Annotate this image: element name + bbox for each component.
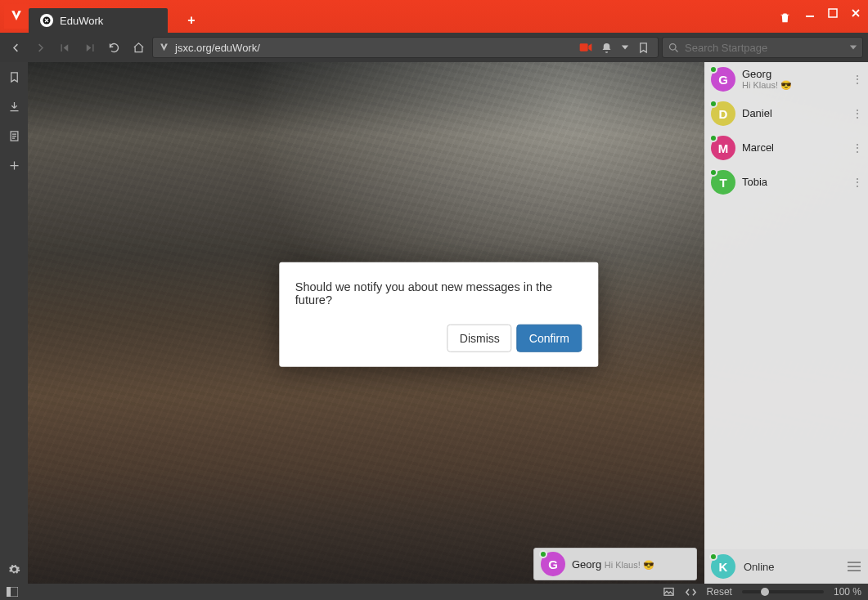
- roster-status-dot: [709, 168, 717, 177]
- confirm-button[interactable]: Confirm: [517, 325, 582, 352]
- chip-msg: Hi Klaus! 😎: [605, 560, 654, 570]
- zoom-level-label: 100 %: [834, 586, 861, 598]
- settings-icon[interactable]: [6, 561, 22, 577]
- page-actions-icon[interactable]: [685, 586, 697, 598]
- self-avatar[interactable]: K: [711, 554, 735, 579]
- nav-forward-button[interactable]: [29, 37, 51, 58]
- nav-rewind-button[interactable]: [54, 37, 75, 58]
- roster-row[interactable]: TTobia⋮: [704, 165, 868, 199]
- bookmark-page-icon[interactable]: [637, 42, 650, 54]
- zoom-reset-button[interactable]: Reset: [707, 586, 732, 598]
- dialog-message: Should we notify you about new messages …: [295, 280, 582, 307]
- vivaldi-logo[interactable]: [4, 4, 29, 29]
- self-status-dot: [709, 553, 717, 561]
- tab-title: EduWork: [60, 15, 103, 27]
- window-header: EduWork +: [0, 0, 868, 33]
- nav-back-button[interactable]: [5, 37, 26, 58]
- roster-menu-icon[interactable]: [847, 561, 861, 572]
- svg-rect-2: [829, 9, 837, 17]
- chip-name: Georg: [572, 558, 601, 571]
- roster-avatar: M: [711, 136, 735, 160]
- roster-footer: K Online: [704, 549, 868, 584]
- notification-permission-dialog: Should we notify you about new messages …: [279, 262, 598, 367]
- address-icons: [576, 42, 653, 54]
- svg-point-4: [670, 43, 677, 50]
- add-panel-icon[interactable]: [6, 157, 22, 173]
- roster-avatar-initial: M: [718, 141, 729, 155]
- image-toggle-icon[interactable]: [663, 586, 675, 598]
- roster-status-dot: [709, 100, 717, 108]
- panel-toggle-icon[interactable]: [7, 587, 18, 597]
- minimized-chat-chip[interactable]: G Georg Hi Klaus! 😎: [533, 548, 697, 580]
- roster-more-icon[interactable]: ⋮: [852, 73, 863, 86]
- roster-avatar-initial: D: [719, 107, 728, 121]
- new-tab-button[interactable]: +: [179, 8, 204, 33]
- downloads-panel-icon[interactable]: [6, 98, 22, 114]
- svg-rect-1: [806, 16, 814, 17]
- chip-status-dot: [539, 550, 547, 558]
- bookmarks-panel-icon[interactable]: [6, 69, 22, 85]
- svg-rect-7: [7, 587, 11, 597]
- camera-indicator-icon[interactable]: [579, 43, 592, 52]
- zoom-slider[interactable]: [742, 590, 824, 593]
- search-input[interactable]: [685, 42, 844, 54]
- roster-status-dot: [709, 65, 717, 74]
- window-minimize-button[interactable]: [801, 4, 819, 22]
- roster-name: Georg: [742, 69, 792, 80]
- roster-avatar: D: [711, 101, 735, 126]
- nav-home-button[interactable]: [128, 37, 149, 58]
- address-dropdown-icon[interactable]: [621, 43, 629, 51]
- nav-fastforward-button[interactable]: [79, 37, 100, 58]
- roster-more-icon[interactable]: ⋮: [852, 107, 863, 120]
- zoom-slider-thumb[interactable]: [761, 588, 769, 596]
- self-status-label: Online: [744, 561, 775, 573]
- window-close-button[interactable]: [847, 4, 865, 22]
- roster-avatar: T: [711, 170, 735, 195]
- tab-favicon: [40, 14, 53, 27]
- roster-avatar-initial: T: [719, 176, 726, 190]
- roster-name: Daniel: [742, 108, 772, 119]
- roster-last-msg: Hi Klaus! 😎: [742, 80, 792, 90]
- dismiss-button[interactable]: Dismiss: [447, 325, 512, 352]
- search-engine-dropdown-icon[interactable]: [849, 43, 857, 51]
- nav-reload-button[interactable]: [103, 37, 124, 58]
- chat-roster-panel: GGeorgHi Klaus! 😎⋮DDaniel⋮MMarcel⋮TTobia…: [704, 62, 868, 584]
- address-url: jsxc.org/eduWork/: [175, 42, 571, 54]
- address-bar[interactable]: jsxc.org/eduWork/: [152, 37, 659, 58]
- chip-avatar: G: [541, 552, 565, 576]
- svg-rect-3: [580, 43, 588, 51]
- tab-eduwork[interactable]: EduWork: [29, 8, 168, 33]
- roster-row[interactable]: MMarcel⋮: [704, 131, 868, 165]
- self-avatar-initial: K: [719, 560, 728, 574]
- roster-more-icon[interactable]: ⋮: [852, 141, 863, 154]
- status-bar: Reset 100 %: [0, 584, 868, 600]
- notes-panel-icon[interactable]: [6, 128, 22, 144]
- search-bar[interactable]: [662, 37, 863, 58]
- window-controls: [779, 0, 865, 26]
- notifications-icon[interactable]: [600, 42, 613, 54]
- tab-bar: EduWork +: [29, 8, 204, 33]
- window-maximize-button[interactable]: [824, 4, 842, 22]
- roster-row[interactable]: GGeorgHi Klaus! 😎⋮: [704, 62, 868, 96]
- roster-avatar-initial: G: [718, 73, 728, 87]
- side-panel: [0, 62, 28, 584]
- roster-status-dot: [709, 134, 717, 142]
- navigation-toolbar: jsxc.org/eduWork/: [0, 33, 868, 62]
- roster-name: Marcel: [742, 142, 774, 154]
- roster-more-icon[interactable]: ⋮: [852, 176, 863, 189]
- roster-avatar: G: [711, 67, 735, 92]
- roster-row[interactable]: DDaniel⋮: [704, 96, 868, 131]
- closed-tabs-trash-icon[interactable]: [779, 11, 791, 24]
- chip-avatar-initial: G: [548, 557, 558, 571]
- roster-name: Tobia: [742, 177, 767, 188]
